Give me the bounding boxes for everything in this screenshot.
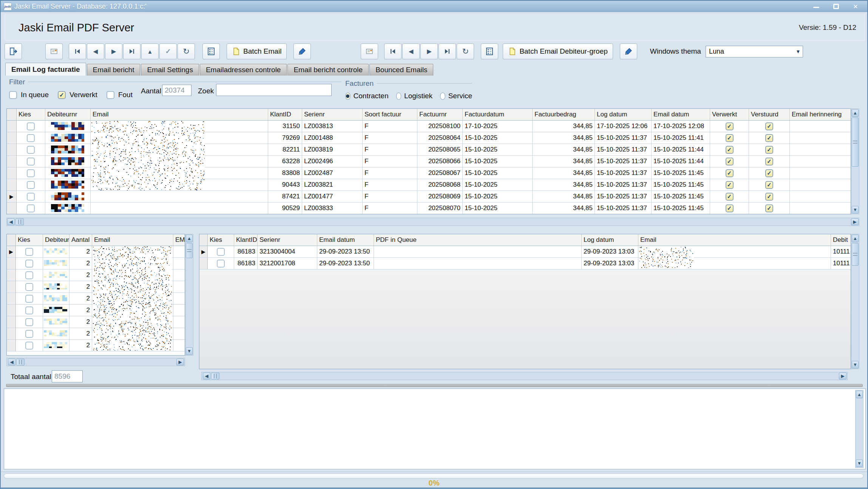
tab-email-log-facturatie[interactable]: Email Log facturatie [5,63,86,76]
logistiek-radio[interactable] [396,93,402,100]
column-header-selector[interactable] [199,234,208,246]
checked-checkbox[interactable]: ✓ [726,193,734,201]
groep-list-button[interactable] [481,43,498,59]
row-checkbox[interactable] [27,146,35,154]
last-record-button[interactable] [123,43,141,59]
column-header-selector[interactable] [7,109,17,121]
table-row[interactable]: 63228LZ002496F20250806615-10-2025344,851… [7,156,851,167]
checked-checkbox[interactable]: ✓ [765,193,773,201]
title-bar[interactable]: jaski Jaski Email Server - Database: 127… [1,1,867,12]
checked-checkbox[interactable]: ✓ [765,134,773,142]
column-header-log-datum[interactable]: Log datum [582,234,638,246]
row-checkbox[interactable] [27,158,35,166]
verwerkt-checkbox[interactable]: ✓ [58,91,66,99]
right-grid-hscrollbar[interactable]: ◀ ▶ [201,372,848,380]
aantal-field[interactable] [162,85,192,96]
column-header-verwerkt[interactable]: Verwerkt [710,109,749,121]
list-button[interactable] [202,43,220,59]
scrollbar-thumb[interactable] [852,118,859,167]
column-header-aantal[interactable]: Aantal [70,234,92,246]
left-grid-vscrollbar[interactable]: ▲ ▼ [185,234,193,356]
scroll-left-button[interactable]: ◀ [203,373,210,379]
table-row[interactable]: 90529LZ003833F20250807015-10-2025344,851… [7,203,851,214]
row-checkbox[interactable] [27,134,35,142]
groep-edit-pen-button[interactable] [620,43,637,59]
column-header-email[interactable]: Email [92,234,173,246]
table-row[interactable]: ▶86183321300400429-09-2023 13:5029-09-20… [199,246,851,258]
checked-checkbox[interactable]: ✓ [765,169,773,177]
prev-record-button[interactable]: ◀ [87,43,104,59]
row-checkbox[interactable] [217,248,225,256]
tab-email-bericht[interactable]: Email bericht [87,64,141,76]
table-row[interactable]: 2 [7,258,185,269]
scrollbar-thumb[interactable] [16,359,25,365]
table-row[interactable]: 2 [7,316,185,328]
groep-last-record-button[interactable] [439,43,456,59]
scroll-up-button[interactable]: ▲ [852,109,859,117]
checked-checkbox[interactable]: ✓ [765,181,773,189]
scroll-up-button[interactable]: ▲ [186,235,193,242]
scroll-left-button[interactable]: ◀ [7,218,15,225]
column-header-klantid[interactable]: KlantID [234,234,258,246]
column-header-kies[interactable]: Kies [17,109,45,121]
refresh-button[interactable]: ↻ [178,43,195,59]
totaal-aantal-field[interactable] [52,370,83,382]
scroll-down-button[interactable]: ▼ [852,361,859,368]
column-header-kies[interactable]: Kies [16,234,43,246]
column-header-pdf-in-queue[interactable]: PDF in Queue [374,234,582,246]
scrollbar-thumb[interactable] [211,373,219,379]
column-header-email-datum[interactable]: Email datum [652,109,710,121]
table-row[interactable]: ▶87421LZ001477F20250806915-10-2025344,85… [7,191,851,203]
checked-checkbox[interactable]: ✓ [726,134,734,142]
column-header-klantid[interactable]: KlantID [268,109,302,121]
batch-email-groep-button[interactable]: Batch Email Debiteur-groep [503,43,613,59]
column-header-debit[interactable]: Debit [831,234,851,246]
row-checkbox[interactable] [27,204,35,212]
fout-checkbox[interactable] [107,91,114,99]
checked-checkbox[interactable]: ✓ [726,181,734,189]
table-row[interactable]: ▶2 [7,246,185,258]
groep-first-record-button[interactable] [384,43,402,59]
email-form-button[interactable] [45,43,63,59]
table-row[interactable]: 83808LZ002487F20250806715-10-2025344,851… [7,167,851,179]
exit-button[interactable] [5,43,22,59]
scroll-left-button[interactable]: ◀ [8,359,15,365]
table-row[interactable]: 2 [7,340,185,351]
horizontal-splitter[interactable] [6,384,863,387]
column-header-serienr[interactable]: Serienr [258,234,317,246]
groep-prev-record-button[interactable]: ◀ [402,43,420,59]
row-checkbox[interactable] [27,181,35,189]
main-grid-vscrollbar[interactable]: ▲ ▼ [851,108,859,214]
post-record-button[interactable]: ✓ [159,43,177,59]
scroll-down-button[interactable]: ▼ [852,206,859,214]
left-grid-hscrollbar[interactable]: ◀ ▶ [6,358,185,366]
checked-checkbox[interactable]: ✓ [726,122,734,130]
column-header-factuurbedrag[interactable]: Factuurbedrag [533,109,595,121]
insert-record-button[interactable]: ▲ [141,43,159,59]
row-checkbox[interactable] [25,295,33,303]
scrollbar-thumb[interactable] [186,243,193,258]
windows-thema-dropdown[interactable]: Luna ▼ [706,46,803,57]
tab-email-settings[interactable]: Email Settings [141,64,199,76]
checked-checkbox[interactable]: ✓ [765,146,773,154]
checked-checkbox[interactable]: ✓ [765,204,773,212]
column-header-log-datum[interactable]: Log datum [595,109,652,121]
row-checkbox[interactable] [25,283,33,291]
table-row[interactable]: 90443LZ003821F20250806815-10-2025344,851… [7,179,851,191]
column-header-email-herinnering[interactable]: Email herinnering [790,109,851,121]
checked-checkbox[interactable]: ✓ [765,122,773,130]
table-row[interactable]: 2 [7,305,185,316]
column-header-factuurdatum[interactable]: Factuurdatum [463,109,533,121]
column-header-email-datum[interactable]: Email datum [317,234,374,246]
row-checkbox[interactable] [25,318,33,326]
service-radio[interactable] [440,93,445,100]
table-row[interactable]: 2 [7,293,185,305]
checked-checkbox[interactable]: ✓ [726,169,734,177]
row-checkbox[interactable] [25,330,33,338]
row-checkbox[interactable] [25,271,33,279]
tab-bounced-emails[interactable]: Bounced Emails [369,64,433,76]
groep-refresh-button[interactable]: ↻ [457,43,474,59]
next-record-button[interactable]: ▶ [105,43,122,59]
column-header-selector[interactable] [7,234,16,246]
table-row[interactable]: 86183321200170829-09-2023 13:5029-09-202… [199,258,851,269]
